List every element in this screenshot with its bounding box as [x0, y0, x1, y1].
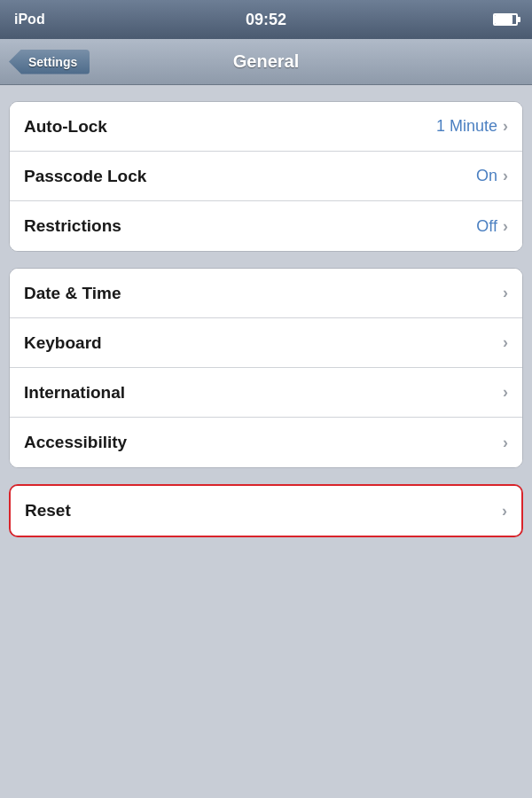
status-time: 09:52 — [246, 11, 286, 29]
restrictions-chevron: › — [503, 217, 508, 236]
main-content: Auto-Lock 1 Minute › Passcode Lock On › … — [0, 85, 532, 553]
nav-bar: Settings General — [0, 39, 532, 85]
keyboard-label: Keyboard — [24, 333, 102, 353]
accessibility-label: Accessibility — [24, 433, 127, 452]
date-time-row[interactable]: Date & Time › — [10, 269, 522, 318]
reset-group: Reset › — [9, 484, 523, 537]
international-row[interactable]: International › — [10, 368, 522, 418]
accessibility-row[interactable]: Accessibility › — [10, 418, 522, 467]
international-label: International — [24, 383, 125, 403]
auto-lock-right: 1 Minute › — [436, 117, 508, 136]
device-name: iPod — [14, 12, 45, 27]
settings-group-2: Date & Time › Keyboard › International ›… — [9, 268, 523, 468]
date-time-right: › — [503, 284, 508, 302]
auto-lock-row[interactable]: Auto-Lock 1 Minute › — [10, 102, 522, 152]
passcode-lock-chevron: › — [503, 167, 508, 185]
battery-icon — [493, 13, 518, 26]
date-time-chevron: › — [503, 284, 508, 302]
reset-label: Reset — [25, 501, 71, 520]
auto-lock-chevron: › — [503, 117, 508, 136]
restrictions-row[interactable]: Restrictions Off › — [10, 201, 522, 251]
accessibility-right: › — [503, 434, 508, 452]
back-button[interactable]: Settings — [9, 50, 90, 74]
back-button-wrap[interactable]: Settings — [9, 50, 90, 74]
date-time-label: Date & Time — [24, 284, 121, 303]
passcode-lock-row[interactable]: Passcode Lock On › — [10, 152, 522, 201]
keyboard-row[interactable]: Keyboard › — [10, 318, 522, 368]
keyboard-chevron: › — [503, 333, 508, 352]
settings-group-1: Auto-Lock 1 Minute › Passcode Lock On › … — [9, 101, 523, 252]
reset-row[interactable]: Reset › — [11, 486, 521, 536]
restrictions-label: Restrictions — [24, 216, 121, 236]
auto-lock-label: Auto-Lock — [24, 117, 107, 137]
accessibility-chevron: › — [503, 434, 508, 452]
keyboard-right: › — [503, 333, 508, 352]
international-chevron: › — [503, 383, 508, 402]
passcode-lock-right: On › — [476, 167, 508, 185]
restrictions-right: Off › — [476, 217, 508, 236]
passcode-lock-value: On — [476, 167, 497, 185]
international-right: › — [503, 383, 508, 402]
page-title: General — [233, 51, 299, 72]
passcode-lock-label: Passcode Lock — [24, 167, 146, 186]
status-bar: iPod 09:52 — [0, 0, 532, 39]
reset-right: › — [502, 502, 507, 520]
reset-chevron: › — [502, 502, 507, 520]
auto-lock-value: 1 Minute — [436, 117, 497, 136]
restrictions-value: Off — [476, 217, 497, 236]
battery-fill — [495, 15, 512, 24]
